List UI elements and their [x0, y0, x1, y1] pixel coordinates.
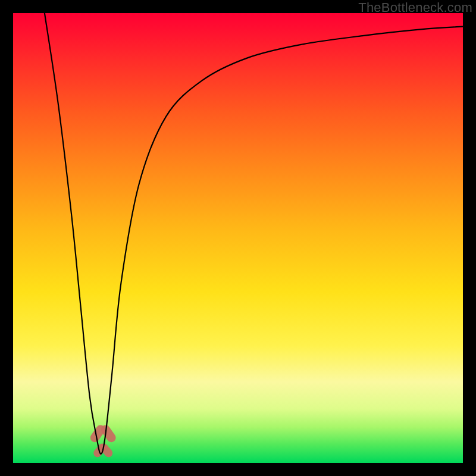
bottleneck-curve: [45, 13, 463, 454]
watermark-text: TheBottleneck.com: [358, 0, 472, 15]
chart-frame: TheBottleneck.com: [0, 0, 476, 476]
cusp-markers: [89, 424, 118, 459]
plot-area: [13, 13, 463, 463]
curve-svg: [13, 13, 463, 463]
